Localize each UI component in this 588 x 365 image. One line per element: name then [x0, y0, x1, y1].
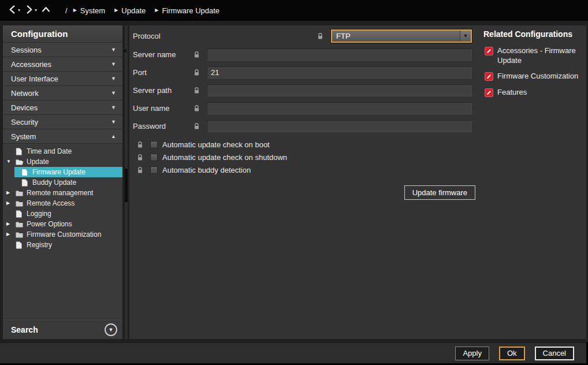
- setup-window: ▾ ▾ / ▶ System ▶ Update ▶ Firmw: [0, 0, 588, 365]
- parameter-lock-icon[interactable]: [193, 87, 202, 95]
- tree-item-power-options[interactable]: ▶ Power Options: [3, 219, 122, 229]
- expander-right-icon[interactable]: ▶: [6, 222, 16, 226]
- chevron-down-icon: ▼: [109, 327, 114, 333]
- tree-item-update[interactable]: ▼ Update: [3, 157, 122, 167]
- protocol-select[interactable]: FTP ▼: [331, 29, 472, 43]
- sidebar-item-network[interactable]: Network ▼: [3, 86, 122, 100]
- port-label: Port: [133, 68, 193, 77]
- sidebar-item-user-interface[interactable]: User Interface ▼: [3, 72, 122, 86]
- parameter-lock-icon[interactable]: [193, 122, 202, 131]
- server-path-label: Server path: [133, 86, 193, 95]
- sidebar-item-accessories[interactable]: Accessories ▼: [3, 57, 122, 72]
- expander-right-icon[interactable]: ▶: [6, 201, 16, 206]
- file-icon: [21, 169, 31, 176]
- chevron-up-icon: ▲: [111, 134, 116, 139]
- firmware-update-form: Protocol FTP ▼ Server name Port: [129, 25, 481, 339]
- sidebar-splitter[interactable]: [122, 25, 129, 339]
- tree-item-logging[interactable]: Logging: [3, 208, 122, 219]
- tree-item-label: Registry: [27, 241, 52, 249]
- category-label: Network: [11, 89, 111, 98]
- cancel-button[interactable]: Cancel: [535, 347, 574, 360]
- breadcrumb-label: Firmware Update: [162, 6, 219, 15]
- parameter-lock-icon[interactable]: [193, 105, 202, 113]
- tree-item-time-and-date[interactable]: Time and Date: [3, 146, 122, 157]
- tree-item-remote-management[interactable]: ▶ Remote management: [3, 188, 122, 198]
- collapse-sidebar-icon[interactable]: [123, 49, 126, 53]
- parameter-lock-icon[interactable]: [136, 140, 146, 148]
- update-button-row: Update firmware: [132, 185, 475, 200]
- server-path-input[interactable]: [207, 84, 472, 96]
- tree-item-buddy-update[interactable]: Buddy Update: [3, 177, 122, 188]
- parameter-lock-icon[interactable]: [193, 51, 202, 59]
- dropdown-arrow-icon[interactable]: ▼: [460, 31, 471, 42]
- chevron-down-icon: ▼: [111, 120, 116, 125]
- chevron-up-icon: [42, 5, 50, 16]
- tree-item-label: Update: [27, 158, 49, 166]
- apply-button[interactable]: Apply: [455, 347, 489, 360]
- back-button[interactable]: ▾: [6, 4, 23, 17]
- sidebar-item-system[interactable]: System ▲: [3, 129, 122, 144]
- forward-button[interactable]: ▾: [23, 4, 39, 17]
- breadcrumb-firmware-update[interactable]: ▶ Firmware Update: [155, 6, 219, 15]
- auto-buddy-detection-row: Automatic buddy detection: [136, 163, 481, 176]
- scrollbar-thumb[interactable]: [125, 169, 128, 202]
- tree-item-firmware-update[interactable]: Firmware Update: [14, 167, 122, 177]
- tree-item-label: Remote Access: [27, 199, 75, 207]
- breadcrumb-label: Update: [121, 6, 146, 15]
- expander-right-icon[interactable]: ▶: [6, 191, 16, 195]
- password-row: Password: [133, 120, 472, 132]
- breadcrumb-root: /: [65, 6, 68, 15]
- checkbox-auto-buddy-detection[interactable]: [150, 166, 158, 174]
- category-label: User Interface: [11, 75, 111, 83]
- folder-icon: [16, 190, 25, 196]
- tree-item-label: Firmware Update: [32, 168, 85, 176]
- related-item-label: Accessories - Firmware Update: [497, 46, 583, 65]
- tree-item-label: Time and Date: [27, 147, 72, 155]
- search-expand-button[interactable]: ▼: [105, 323, 117, 336]
- up-button[interactable]: [39, 4, 53, 17]
- parameter-lock-icon[interactable]: [317, 32, 326, 40]
- port-input[interactable]: [207, 66, 472, 79]
- expander-down-icon[interactable]: ▼: [6, 159, 16, 164]
- sidebar-item-devices[interactable]: Devices ▼: [3, 100, 122, 115]
- folder-icon: [16, 200, 25, 207]
- ok-button[interactable]: Ok: [499, 347, 525, 360]
- expander-right-icon[interactable]: ▶: [6, 232, 16, 237]
- parameter-lock-icon[interactable]: [193, 69, 202, 77]
- parameter-lock-icon[interactable]: [136, 166, 146, 174]
- password-label: Password: [133, 122, 193, 131]
- breadcrumb-update[interactable]: ▶ Update: [114, 6, 146, 15]
- protocol-selected-value: FTP: [332, 32, 460, 40]
- update-firmware-button[interactable]: Update firmware: [404, 185, 475, 200]
- related-features[interactable]: Features: [483, 88, 583, 98]
- server-name-input[interactable]: [207, 49, 472, 61]
- server-path-row: Server path: [133, 84, 472, 96]
- file-icon: [16, 241, 25, 249]
- related-item-label: Firmware Customization: [497, 72, 583, 81]
- tree-item-remote-access[interactable]: ▶ Remote Access: [3, 198, 122, 208]
- breadcrumb-system[interactable]: ▶ System: [73, 6, 106, 15]
- edit-link-icon: [485, 72, 493, 81]
- user-name-label: User name: [133, 104, 193, 113]
- breadcrumb-separator-icon: ▶: [73, 8, 77, 13]
- password-input[interactable]: [207, 120, 472, 132]
- protocol-row: Protocol FTP ▼: [133, 29, 472, 43]
- file-icon: [21, 179, 31, 187]
- port-row: Port: [133, 66, 472, 79]
- breadcrumb: ▶ System ▶ Update ▶ Firmware Update: [73, 6, 229, 15]
- search-section: Search ▼: [3, 319, 122, 339]
- configuration-sidebar: Configuration Sessions ▼ Accessories ▼ U…: [3, 25, 122, 339]
- parameter-lock-icon[interactable]: [136, 153, 146, 161]
- related-accessories-firmware-update[interactable]: Accessories - Firmware Update: [483, 46, 583, 65]
- related-firmware-customization[interactable]: Firmware Customization: [483, 72, 583, 81]
- checkbox-auto-update-shutdown[interactable]: [150, 154, 158, 161]
- protocol-label: Protocol: [133, 32, 161, 40]
- user-name-input[interactable]: [207, 102, 472, 114]
- sidebar-item-security[interactable]: Security ▼: [3, 115, 122, 129]
- tree-item-firmware-customization[interactable]: ▶ Firmware Customization: [3, 229, 122, 240]
- checkbox-label: Automatic buddy detection: [162, 166, 251, 174]
- breadcrumb-label: System: [80, 6, 105, 15]
- sidebar-item-sessions[interactable]: Sessions ▼: [3, 43, 122, 57]
- checkbox-auto-update-boot[interactable]: [150, 141, 158, 148]
- tree-item-registry[interactable]: Registry: [3, 240, 122, 250]
